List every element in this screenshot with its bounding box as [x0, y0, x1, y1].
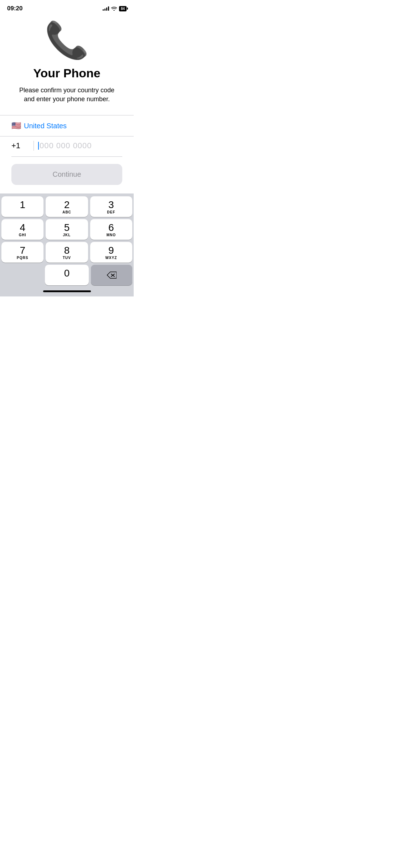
- key-delete[interactable]: [91, 265, 132, 285]
- keyboard-row-2: 4 GHI 5 JKL 6 MNO: [1, 219, 132, 240]
- keyboard-row-3: 7 PQRS 8 TUV 9 WXYZ: [1, 242, 132, 263]
- keyboard-row-1: 1 2 ABC 3 DEF: [1, 196, 132, 217]
- phone-input-row[interactable]: +1 000 000 0000: [11, 136, 122, 157]
- country-name: United States: [24, 122, 67, 130]
- key-6[interactable]: 6 MNO: [90, 219, 132, 240]
- key-0-number: 0: [64, 268, 70, 278]
- key-5-letters: JKL: [63, 233, 71, 237]
- phone-cursor: [38, 142, 39, 150]
- phone-emoji: 📞: [11, 22, 122, 58]
- status-time: 09:20: [7, 5, 22, 12]
- phone-placeholder: 000 000 0000: [40, 141, 92, 150]
- key-0-letters: [66, 279, 68, 283]
- phone-cursor-container[interactable]: 000 000 0000: [38, 141, 122, 150]
- battery-icon: 84: [119, 6, 127, 11]
- key-empty: [1, 265, 43, 285]
- wifi-icon: [111, 6, 117, 11]
- key-9-letters: WXYZ: [105, 256, 117, 260]
- key-1-letters: [22, 210, 23, 214]
- key-3[interactable]: 3 DEF: [90, 196, 132, 217]
- home-bar: [43, 290, 91, 292]
- key-4-letters: GHI: [19, 233, 26, 237]
- keyboard: 1 2 ABC 3 DEF 4 GHI 5 JKL 6 MNO 7 PQRS: [0, 193, 134, 296]
- key-4-number: 4: [20, 223, 25, 233]
- home-indicator: [1, 288, 132, 295]
- continue-button[interactable]: Continue: [11, 164, 122, 185]
- key-8-letters: TUV: [63, 256, 71, 260]
- page-title: Your Phone: [11, 66, 122, 80]
- key-9[interactable]: 9 WXYZ: [90, 242, 132, 263]
- key-0[interactable]: 0: [45, 265, 89, 285]
- key-5-number: 5: [64, 223, 70, 233]
- key-1[interactable]: 1: [1, 196, 43, 217]
- phone-input-divider: [34, 141, 34, 151]
- status-bar: 09:20 84: [0, 0, 134, 15]
- country-flag: 🇺🇸: [11, 121, 21, 130]
- key-2-number: 2: [64, 200, 70, 210]
- delete-icon: [107, 271, 117, 279]
- key-4[interactable]: 4 GHI: [1, 219, 43, 240]
- country-code: +1: [11, 141, 29, 150]
- key-2-letters: ABC: [62, 210, 71, 214]
- key-6-letters: MNO: [107, 233, 116, 237]
- keyboard-row-4: 0: [1, 265, 132, 285]
- key-2[interactable]: 2 ABC: [46, 196, 88, 217]
- main-content: 📞 Your Phone Please confirm your country…: [0, 15, 134, 185]
- key-8-number: 8: [64, 246, 70, 255]
- signal-icon: [103, 6, 109, 11]
- continue-label: Continue: [52, 170, 81, 179]
- key-7-number: 7: [20, 246, 25, 255]
- key-3-number: 3: [108, 200, 114, 210]
- country-selector[interactable]: 🇺🇸 United States: [11, 115, 122, 136]
- key-7[interactable]: 7 PQRS: [1, 242, 43, 263]
- status-icons: 84: [103, 6, 127, 11]
- key-9-number: 9: [108, 246, 114, 255]
- key-3-letters: DEF: [107, 210, 115, 214]
- page-subtitle: Please confirm your country codeand ente…: [11, 86, 122, 104]
- battery-level: 84: [121, 7, 125, 11]
- key-5[interactable]: 5 JKL: [46, 219, 88, 240]
- key-6-number: 6: [108, 223, 114, 233]
- key-1-number: 1: [20, 200, 25, 210]
- key-7-letters: PQRS: [17, 256, 28, 260]
- key-8[interactable]: 8 TUV: [46, 242, 88, 263]
